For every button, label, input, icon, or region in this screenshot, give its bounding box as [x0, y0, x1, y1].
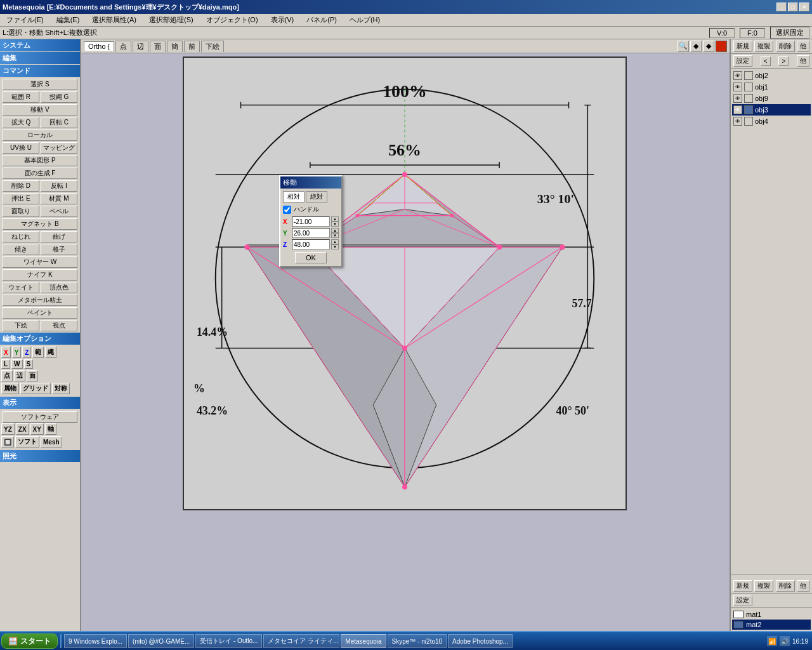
disp-mesh[interactable]: Mesh — [41, 436, 62, 448]
cmd-vertex-color[interactable]: 頂点色 — [41, 282, 77, 293]
tab-edge[interactable]: 辺 — [133, 41, 148, 52]
obj-item-obj3[interactable]: 👁 obj3 — [732, 104, 811, 116]
obj-copy-button[interactable]: 複製 — [754, 41, 773, 52]
cmd-bevel[interactable]: ベベル — [41, 206, 77, 217]
y-input[interactable] — [292, 228, 330, 238]
cmd-grid[interactable]: 格子 — [41, 244, 77, 255]
zoom-in-icon[interactable]: 🔍 — [678, 41, 689, 52]
taskbar-item-metasequoia[interactable]: Metasequoia — [341, 634, 386, 648]
z-spin-down[interactable]: ▼ — [331, 244, 339, 249]
disp-xy[interactable]: XY — [30, 423, 44, 435]
obj-other2-button[interactable]: 他 — [797, 55, 809, 67]
mat-settings-button[interactable]: 設定 — [733, 595, 752, 606]
mat-delete-button[interactable]: 削除 — [776, 580, 795, 592]
tab-ortho[interactable]: Ortho { — [84, 41, 114, 51]
prop-grid[interactable]: グリッド — [20, 383, 51, 394]
disp-soft[interactable]: ソフト — [15, 436, 39, 448]
obj-eye-obj4[interactable]: 👁 — [733, 117, 742, 126]
handle-checkbox[interactable] — [283, 206, 291, 214]
nav-left-icon[interactable]: ◆ — [690, 41, 702, 52]
maximize-button[interactable]: □ — [788, 3, 798, 11]
tab-face[interactable]: 面 — [150, 41, 166, 52]
cmd-twist[interactable]: ねじれ — [3, 231, 39, 242]
obj-item-obj4[interactable]: 👁 obj4 — [732, 116, 811, 127]
cmd-viewpoint[interactable]: 視点 — [41, 320, 77, 331]
sel-face[interactable]: 面 — [27, 370, 38, 381]
cmd-lasso[interactable]: 投縄 G — [41, 91, 77, 103]
close-button[interactable]: × — [799, 3, 809, 11]
taskbar-item-game[interactable]: (nito) @#O-GAME... — [128, 634, 194, 648]
cmd-scale[interactable]: 拡大 Q — [3, 117, 39, 128]
cmd-primitive[interactable]: 基本図形 P — [3, 155, 77, 166]
obj-eye-obj3[interactable]: 👁 — [733, 105, 742, 114]
disp-icon[interactable]: 🔲 — [1, 436, 14, 448]
taskbar-item-outlook[interactable]: 受信トレイ - Outlo... — [195, 634, 262, 648]
cmd-local[interactable]: ローカル — [3, 129, 77, 141]
mat-item-mat2[interactable]: mat2 — [732, 620, 811, 630]
obj-item-obj2[interactable]: 👁 obj2 — [732, 70, 811, 81]
cmd-bend[interactable]: 曲げ — [41, 231, 77, 242]
cmd-select[interactable]: 選択 S — [3, 79, 77, 90]
ok-button[interactable]: OK — [295, 252, 327, 263]
cmd-uv[interactable]: UV操 U — [3, 142, 39, 154]
axis-z[interactable]: Z — [22, 347, 31, 358]
size-l[interactable]: L — [1, 359, 10, 369]
menu-view[interactable]: 表示(V) — [267, 14, 298, 26]
cmd-rotate[interactable]: 回転 C — [41, 117, 77, 128]
cmd-extrude[interactable]: 押出 E — [3, 193, 39, 204]
cmd-chamfer[interactable]: 面取り — [3, 206, 39, 217]
z-spin-up[interactable]: ▲ — [331, 239, 339, 244]
prop-symmetry[interactable]: 対称 — [52, 383, 70, 394]
cmd-mapping[interactable]: マッピング — [41, 142, 77, 154]
mat-other-button[interactable]: 他 — [797, 580, 809, 592]
menu-edit[interactable]: 編集(E) — [53, 14, 84, 26]
menu-select-proc[interactable]: 選択部処理(S) — [145, 14, 197, 26]
size-w[interactable]: W — [11, 359, 22, 369]
cmd-magnet[interactable]: マグネット B — [3, 218, 77, 230]
z-input[interactable] — [292, 239, 330, 249]
obj-new-button[interactable]: 新規 — [733, 41, 752, 52]
axis-x[interactable]: X — [1, 347, 11, 358]
obj-eye-obj1[interactable]: 👁 — [733, 83, 742, 91]
tab-front[interactable]: 前 — [184, 41, 200, 52]
obj-other-button[interactable]: 他 — [797, 41, 809, 52]
menu-help[interactable]: ヘルプ(H) — [346, 14, 384, 26]
size-s[interactable]: S — [24, 359, 34, 369]
cmd-knife[interactable]: ナイフ K — [3, 269, 77, 281]
disp-axis[interactable]: 軸 — [45, 423, 56, 435]
axis-y[interactable]: Y — [12, 347, 22, 358]
cmd-metaball[interactable]: メタボール粘土 — [3, 295, 77, 306]
tab-relative[interactable]: 相対 — [283, 191, 304, 202]
nav-right-icon[interactable]: ◆ — [703, 41, 714, 52]
obj-item-obj1[interactable]: 👁 obj1 — [732, 81, 811, 93]
cmd-weight[interactable]: ウェイト — [3, 282, 39, 293]
minimize-button[interactable]: _ — [776, 3, 787, 11]
sel-edge[interactable]: 辺 — [14, 370, 25, 381]
sel-vertex[interactable]: 点 — [1, 370, 13, 381]
cmd-flip[interactable]: 反転 I — [41, 180, 77, 192]
cmd-wire[interactable]: ワイヤー W — [3, 256, 77, 268]
y-spin-up[interactable]: ▲ — [331, 228, 339, 233]
obj-eye-obj2[interactable]: 👁 — [733, 71, 742, 80]
cmd-move[interactable]: 移動 V — [3, 104, 77, 116]
obj-item-obj9[interactable]: 👁 obj9 — [732, 93, 811, 104]
start-button[interactable]: 🪟 スタート — [1, 633, 58, 649]
axis-range[interactable]: 範 — [32, 347, 44, 358]
x-input[interactable] — [292, 216, 330, 227]
cmd-bg-image[interactable]: 下絵 — [3, 320, 39, 331]
x-spin-up[interactable]: ▲ — [331, 216, 339, 222]
x-spin-down[interactable]: ▼ — [331, 222, 339, 227]
disp-software[interactable]: ソフトウェア — [3, 411, 77, 423]
obj-eye-obj9[interactable]: 👁 — [733, 94, 742, 103]
obj-settings-button[interactable]: 設定 — [733, 55, 752, 67]
obj-delete-button[interactable]: 削除 — [776, 41, 795, 52]
mat-new-button[interactable]: 新規 — [733, 580, 752, 592]
tab-simple[interactable]: 簡 — [167, 41, 183, 52]
taskbar-item-meta-light[interactable]: メタセコイア ライティ... — [263, 634, 339, 648]
cmd-paint[interactable]: ペイント — [3, 307, 77, 319]
disp-yz[interactable]: YZ — [1, 423, 15, 435]
tab-background[interactable]: 下絵 — [201, 41, 224, 52]
menu-panel[interactable]: パネル(P) — [303, 14, 341, 26]
taskbar-item-photoshop[interactable]: Adobe Photoshop... — [448, 634, 513, 648]
taskbar-item-skype[interactable]: Skype™ - ni2to10 — [388, 634, 447, 648]
